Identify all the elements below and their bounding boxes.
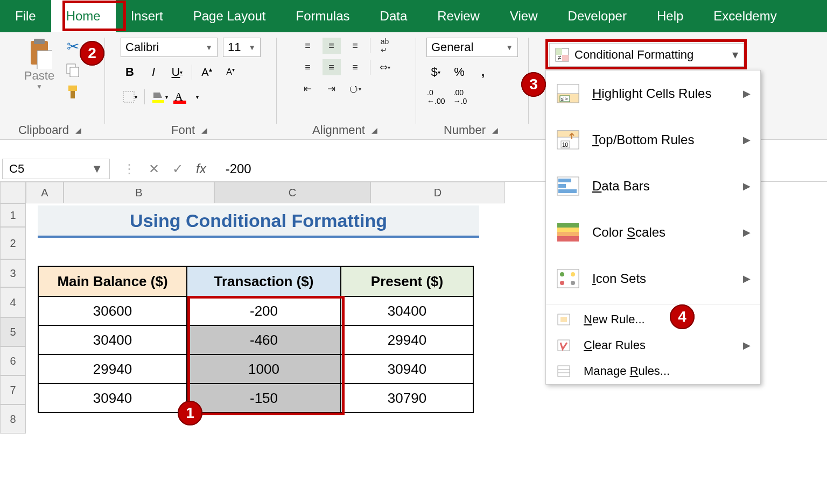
increase-indent-button[interactable]: ⇥: [323, 81, 341, 97]
cell-selected[interactable]: 1000: [187, 354, 341, 384]
align-top-button[interactable]: ≡: [299, 38, 317, 54]
chevron-right-icon: ▶: [743, 180, 751, 192]
accounting-format-button[interactable]: $ ▾: [426, 62, 445, 82]
align-center-button[interactable]: ≡: [323, 59, 341, 75]
cf-top-bottom-rules[interactable]: 10 Top/Bottom Rules ▶: [546, 117, 760, 163]
cell[interactable]: 30400: [341, 296, 473, 325]
borders-button[interactable]: ▾: [121, 87, 139, 107]
underline-button[interactable]: U ▾: [168, 62, 186, 82]
tab-exceldemy[interactable]: Exceldemy: [698, 0, 791, 32]
cell[interactable]: 30600: [38, 296, 187, 325]
wrap-text-button[interactable]: ab↵: [376, 38, 394, 54]
row-header-7[interactable]: 7: [0, 375, 26, 404]
cf-item-label: Color Scales: [592, 225, 665, 240]
align-left-button[interactable]: ≡: [299, 59, 317, 75]
decrease-decimal-button[interactable]: .00→.0: [451, 87, 469, 107]
cf-data-bars[interactable]: Data Bars ▶: [546, 163, 760, 209]
cf-color-scales[interactable]: Color Scales ▶: [546, 209, 760, 255]
dialog-launcher-icon[interactable]: ◢: [372, 126, 380, 134]
cancel-formula-button[interactable]: ✕: [149, 161, 159, 176]
font-size-combo[interactable]: 11▼: [223, 38, 261, 57]
tab-home[interactable]: Home: [51, 0, 116, 32]
col-header-B[interactable]: B: [64, 182, 214, 203]
tab-help[interactable]: Help: [642, 0, 698, 32]
data-bars-icon: [556, 175, 580, 197]
col-header-D[interactable]: D: [370, 182, 505, 203]
row-header-2[interactable]: 2: [0, 227, 26, 259]
cf-manage-rules[interactable]: Manage Rules...: [546, 358, 760, 384]
name-box[interactable]: C5▼: [2, 159, 110, 179]
cell[interactable]: 30400: [38, 325, 187, 354]
title-cell[interactable]: Using Conditional Formatting: [38, 205, 479, 238]
tab-insert[interactable]: Insert: [116, 0, 178, 32]
cut-icon[interactable]: ✂: [67, 38, 79, 55]
col-header-C[interactable]: C: [214, 182, 370, 203]
font-color-button[interactable]: A▾: [174, 87, 199, 107]
format-painter-icon[interactable]: [65, 84, 80, 100]
decrease-indent-button[interactable]: ⇤: [299, 81, 317, 97]
align-middle-button[interactable]: ≡: [323, 38, 341, 54]
number-format-combo[interactable]: General▼: [426, 38, 518, 57]
cell-selected-active[interactable]: -200: [187, 296, 341, 325]
decrease-font-button[interactable]: A▾: [221, 62, 240, 82]
cell[interactable]: 30940: [38, 384, 187, 413]
table-header[interactable]: Transaction ($): [187, 266, 341, 296]
dialog-launcher-icon[interactable]: ◢: [75, 126, 84, 134]
group-alignment: ≡ ≡ ≡ ab↵ ≡ ≡ ≡ ⇔ ▾ ⇤ ⇥ ⭯ ▾: [279, 38, 414, 139]
tab-review[interactable]: Review: [422, 0, 495, 32]
table-row: 29940 1000 30940: [38, 354, 473, 384]
tab-developer[interactable]: Developer: [553, 0, 642, 32]
svg-rect-24: [558, 184, 566, 188]
merge-center-button[interactable]: ⇔ ▾: [376, 59, 394, 75]
increase-font-button[interactable]: A▴: [198, 62, 216, 82]
tab-page-layout[interactable]: Page Layout: [178, 0, 281, 32]
percent-format-button[interactable]: %: [450, 62, 468, 82]
fill-color-button[interactable]: ▾: [150, 87, 169, 107]
chevron-right-icon: ▶: [743, 134, 751, 146]
row-header-6[interactable]: 6: [0, 346, 26, 375]
fx-label[interactable]: fx: [196, 161, 206, 176]
row-header-4[interactable]: 4: [0, 287, 26, 317]
table-header[interactable]: Main Balance ($): [38, 266, 187, 296]
copy-icon[interactable]: [66, 63, 80, 77]
callout-3: 3: [521, 72, 546, 97]
cell-selected[interactable]: -150: [187, 384, 341, 413]
tab-file[interactable]: File: [0, 0, 51, 32]
tab-data[interactable]: Data: [365, 0, 423, 32]
cell[interactable]: 29940: [341, 325, 473, 354]
tab-formulas[interactable]: Formulas: [281, 0, 365, 32]
cell[interactable]: 30940: [341, 354, 473, 384]
row-header-8[interactable]: 8: [0, 404, 26, 434]
col-header-A[interactable]: A: [26, 182, 64, 203]
font-name-combo[interactable]: Calibri▼: [121, 38, 218, 57]
bold-button[interactable]: B: [121, 62, 139, 82]
menu-separator: [546, 304, 760, 304]
top-bottom-icon: 10: [556, 129, 580, 151]
cf-new-rule[interactable]: New Rule...: [546, 307, 760, 332]
cf-highlight-cells-rules[interactable]: ≤ > Highlight Cells Rules ▶: [546, 70, 760, 117]
tab-view[interactable]: View: [495, 0, 553, 32]
cf-clear-rules[interactable]: Clear Rules ▶: [546, 332, 760, 358]
row-header-5[interactable]: 5: [0, 317, 26, 346]
comma-format-button[interactable]: ,: [474, 62, 492, 82]
svg-rect-6: [71, 91, 75, 98]
cell[interactable]: 29940: [38, 354, 187, 384]
italic-button[interactable]: I: [144, 62, 163, 82]
conditional-formatting-button[interactable]: ≠ Conditional Formatting ▾: [549, 43, 744, 67]
row-header-3[interactable]: 3: [0, 259, 26, 287]
enter-formula-button[interactable]: ✓: [172, 161, 183, 176]
increase-decimal-button[interactable]: .0←.00: [426, 87, 445, 107]
orientation-button[interactable]: ⭯ ▾: [346, 81, 365, 97]
cell-selected[interactable]: -460: [187, 325, 341, 354]
table-header[interactable]: Present ($): [341, 266, 473, 296]
table-row: 30940 -150 30790: [38, 384, 473, 413]
paste-button[interactable]: Paste ▼: [18, 38, 61, 90]
select-all-corner[interactable]: [0, 182, 26, 203]
dialog-launcher-icon[interactable]: ◢: [492, 126, 501, 134]
align-right-button[interactable]: ≡: [346, 59, 365, 75]
cf-icon-sets[interactable]: Icon Sets ▶: [546, 255, 760, 302]
row-header-1[interactable]: 1: [0, 203, 26, 227]
cell[interactable]: 30790: [341, 384, 473, 413]
align-bottom-button[interactable]: ≡: [346, 38, 365, 54]
dialog-launcher-icon[interactable]: ◢: [201, 126, 210, 134]
